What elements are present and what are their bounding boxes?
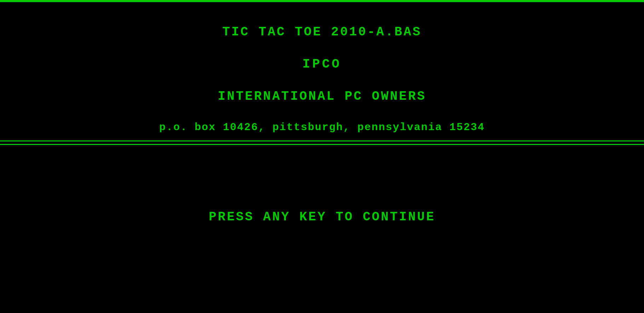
top-border [0, 0, 644, 2]
company-abbreviation: IPCO [303, 57, 341, 71]
game-title: TIC TAC TOE 2010-A.BAS [222, 25, 421, 39]
company-address: p.o. box 10426, pittsburgh, pennsylvania… [159, 121, 485, 133]
main-screen: TIC TAC TOE 2010-A.BAS IPCO INTERNATIONA… [0, 0, 644, 313]
press-any-key-prompt[interactable]: PRESS ANY KEY TO CONTINUE [209, 210, 435, 224]
content-area: TIC TAC TOE 2010-A.BAS IPCO INTERNATIONA… [0, 14, 644, 146]
divider-line-bottom [0, 144, 644, 145]
divider [0, 140, 644, 146]
lower-content: PRESS ANY KEY TO CONTINUE [0, 210, 644, 224]
divider-line-top [0, 140, 644, 141]
company-full-name: INTERNATIONAL PC OWNERS [218, 89, 426, 104]
